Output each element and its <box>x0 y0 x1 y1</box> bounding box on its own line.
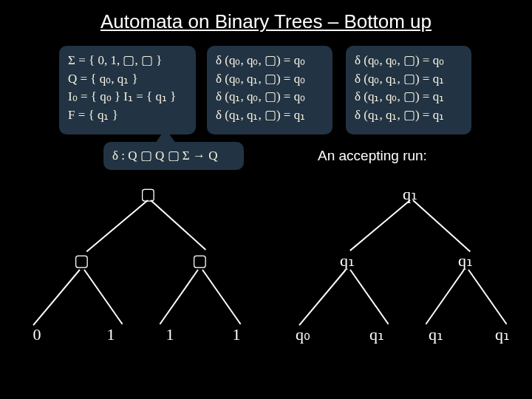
rule-2-3: δ (q₁, q₀, ▢) = q₁ <box>355 88 463 106</box>
rules-panel-1: δ (q₀, q₀, ▢) = q₀ δ (q₀, q₁, ▢) = q₀ δ … <box>207 46 332 134</box>
tree1-leaf-1: 1 <box>96 325 126 344</box>
tree1-right: ▢ <box>185 251 214 270</box>
def-F: F = { q₁ } <box>68 106 187 125</box>
tree2-leaf-3: q₁ <box>488 325 517 344</box>
tree1-leaf-2: 1 <box>155 325 185 344</box>
delta-signature-text: δ : Q ▢ Q ▢ Σ → Q <box>112 147 217 166</box>
rule-2-1: δ (q₀, q₀, ▢) = q₀ <box>355 52 463 70</box>
tree2-leaf-2: q₁ <box>421 325 451 344</box>
delta-signature: δ : Q ▢ Q ▢ Σ → Q <box>103 142 244 170</box>
tree2-leaf-0: q₀ <box>288 325 318 344</box>
tree1-left: ▢ <box>66 251 96 270</box>
tree-input: ▢ ▢ ▢ 0 1 1 1 <box>7 177 266 392</box>
rule-1-4: δ (q₁, q₁, ▢) = q₁ <box>216 106 324 125</box>
tree2-right: q₁ <box>451 251 480 270</box>
tree2-leaf-1: q₁ <box>362 325 392 344</box>
def-sigma: Σ = { 0, 1, ▢, ▢ } <box>68 52 187 70</box>
rule-2-4: δ (q₁, q₁, ▢) = q₁ <box>355 106 463 125</box>
tree1-root: ▢ <box>133 185 163 204</box>
def-I: I₀ = { q₀ } I₁ = { q₁ } <box>68 88 187 106</box>
tree1-leaf-3: 1 <box>222 325 251 344</box>
def-Q: Q = { q₀, q₁ } <box>68 70 187 89</box>
rule-1-1: δ (q₀, q₀, ▢) = q₀ <box>216 52 324 70</box>
tree1-leaf-0: 0 <box>22 325 52 344</box>
tree-run: q₁ q₁ q₁ q₀ q₁ q₁ q₁ <box>281 177 525 392</box>
definitions-panel: Σ = { 0, 1, ▢, ▢ } Q = { q₀, q₁ } I₀ = {… <box>59 46 196 134</box>
rule-1-3: δ (q₁, q₀, ▢) = q₀ <box>216 88 324 106</box>
rule-1-2: δ (q₀, q₁, ▢) = q₀ <box>216 70 324 89</box>
page-title: Automata on Binary Trees – Bottom up <box>0 0 532 33</box>
rules-panel-2: δ (q₀, q₀, ▢) = q₀ δ (q₀, q₁, ▢) = q₁ δ … <box>346 46 471 134</box>
tree2-root: q₁ <box>395 185 425 204</box>
rule-2-2: δ (q₀, q₁, ▢) = q₁ <box>355 70 463 89</box>
tree2-left: q₁ <box>332 251 362 270</box>
accepting-run-label: An accepting run: <box>318 148 427 164</box>
